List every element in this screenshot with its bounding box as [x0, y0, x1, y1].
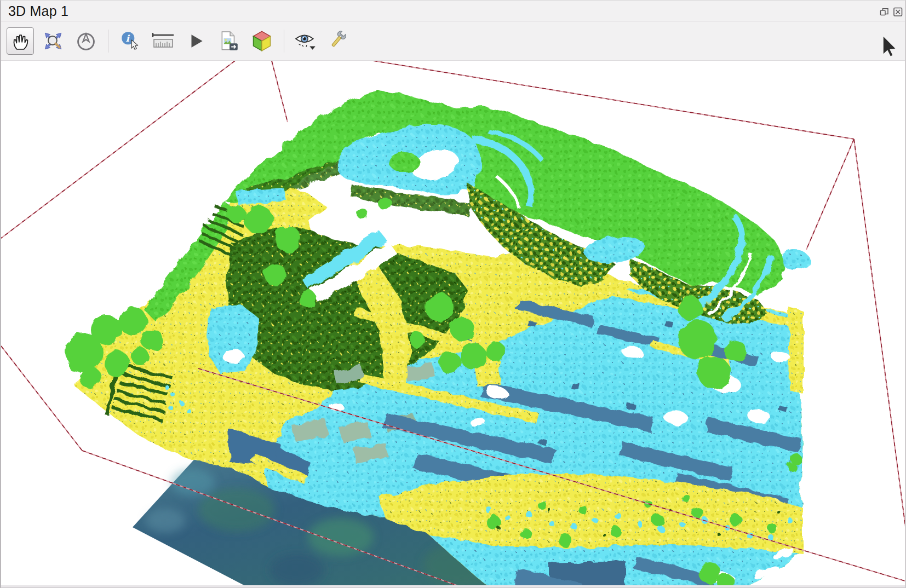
wrench-icon — [328, 30, 350, 52]
close-icon — [892, 7, 904, 18]
zoom-full-button[interactable] — [39, 27, 67, 55]
map-3d-scene[interactable] — [1, 1, 906, 588]
float-window-button[interactable] — [879, 7, 890, 18]
window-bottom-edge — [1, 585, 905, 587]
measurement-line-button[interactable] — [150, 27, 177, 55]
rgb-cube-icon — [250, 30, 273, 53]
play-icon — [186, 31, 206, 51]
on-screen-navigation-button[interactable] — [72, 27, 100, 55]
camera-view-button[interactable] — [293, 27, 320, 55]
close-window-button[interactable] — [892, 7, 904, 18]
identify-button[interactable]: i — [117, 27, 144, 55]
options-button[interactable] — [325, 27, 353, 55]
window-controls — [879, 7, 904, 18]
camera-pan-button[interactable] — [7, 27, 34, 55]
map-toolbar: i — [1, 21, 905, 61]
window-title: 3D Map 1 — [1, 3, 68, 19]
float-window-icon — [879, 7, 890, 18]
identify-info-cursor-icon: i — [119, 30, 141, 52]
ruler-icon — [151, 30, 175, 52]
save-as-image-button[interactable] — [215, 27, 243, 55]
animations-button[interactable] — [182, 27, 210, 55]
title-bar[interactable]: 3D Map 1 — [1, 1, 905, 21]
export-3d-scene-button[interactable] — [248, 27, 276, 55]
toolbar-separator — [108, 30, 108, 53]
compass-icon — [75, 30, 97, 52]
image-file-export-icon — [218, 30, 240, 52]
3d-map-window: 3D Map 1 — [0, 0, 906, 588]
pan-hand-icon — [10, 31, 30, 51]
toolbar-separator — [284, 30, 284, 53]
eye-dropdown-icon — [294, 30, 318, 52]
zoom-full-icon — [43, 31, 64, 51]
